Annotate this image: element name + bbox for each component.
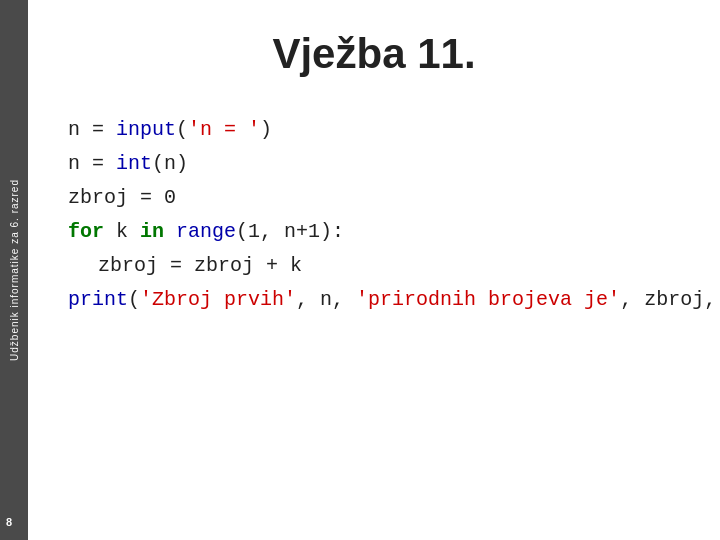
- code-text7: zbroj = zbroj + k: [98, 254, 302, 277]
- code-text8: (: [128, 288, 140, 311]
- code-str: 'n = ': [188, 118, 260, 141]
- code-paren3: (n): [152, 152, 188, 175]
- code-fn4: print: [68, 288, 128, 311]
- code-str3: 'prirodnih brojeva je': [356, 288, 620, 311]
- code-line-5: zbroj = zbroj + k: [68, 249, 680, 283]
- code-line-2: n = int(n): [68, 147, 680, 181]
- code-kw-in: in: [140, 220, 164, 243]
- slide-title: Vježba 11.: [68, 30, 680, 78]
- code-line-3: zbroj = 0: [68, 181, 680, 215]
- code-fn2: int: [116, 152, 152, 175]
- code-paren2: ): [260, 118, 272, 141]
- page-number: 8: [6, 516, 12, 528]
- code-text9: , n,: [296, 288, 356, 311]
- left-sidebar: Udžbenik informatike za 6. razred 8: [0, 0, 28, 540]
- code-line-1: n = input('n = '): [68, 113, 680, 147]
- sidebar-label: Udžbenik informatike za 6. razred: [9, 179, 20, 361]
- code-kw-for: for: [68, 220, 104, 243]
- code-text10: , zbroj,: [620, 288, 720, 311]
- code-text5: [164, 220, 176, 243]
- main-content: Vježba 11. n = input('n = ') n = int(n) …: [28, 0, 720, 540]
- code-text6: (1, n+1):: [236, 220, 344, 243]
- code-fn3: range: [176, 220, 236, 243]
- code-line-4: for k in range(1, n+1):: [68, 215, 680, 249]
- code-block: n = input('n = ') n = int(n) zbroj = 0 f…: [68, 113, 680, 317]
- slide-container: Udžbenik informatike za 6. razred 8 Vjež…: [0, 0, 720, 540]
- code-text3: zbroj = 0: [68, 186, 176, 209]
- code-str2: 'Zbroj prvih': [140, 288, 296, 311]
- code-paren: (: [176, 118, 188, 141]
- code-text2: n =: [68, 152, 116, 175]
- code-text4: k: [104, 220, 140, 243]
- code-text: n =: [68, 118, 116, 141]
- code-line-6: print('Zbroj prvih', n, 'prirodnih broje…: [68, 283, 680, 317]
- code-fn: input: [116, 118, 176, 141]
